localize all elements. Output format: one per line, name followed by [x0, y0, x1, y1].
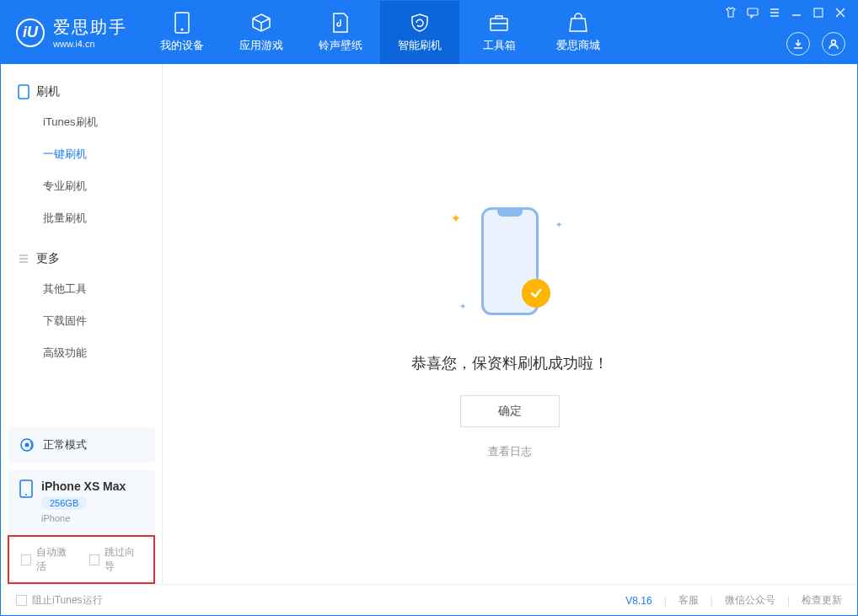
success-check-icon	[522, 279, 550, 308]
feedback-icon[interactable]	[746, 6, 759, 19]
app-subtitle: www.i4.cn	[53, 39, 127, 49]
header-bar: iU 爱思助手 www.i4.cn 我的设备 应用游戏 铃声壁纸 智能刷机 工具…	[1, 1, 857, 64]
app-title: 爱思助手	[53, 16, 127, 39]
bag-icon	[567, 12, 589, 34]
separator: |	[664, 595, 667, 607]
sidebar-item-other-tools[interactable]: 其他工具	[1, 273, 162, 305]
tab-apps-games[interactable]: 应用游戏	[222, 1, 301, 64]
menu-icon[interactable]	[768, 6, 781, 19]
close-button[interactable]	[834, 6, 847, 19]
body-area: 刷机 iTunes刷机 一键刷机 专业刷机 批量刷机 更多 其他工具 下载固件 …	[1, 64, 857, 584]
checkbox-icon	[16, 595, 27, 606]
tab-smart-flash[interactable]: 智能刷机	[380, 1, 459, 64]
checkbox-row-highlighted: 自动激活 跳过向导	[8, 535, 155, 584]
svg-point-8	[25, 443, 29, 447]
app-logo-icon: iU	[16, 19, 45, 47]
sidebar-section-flash: 刷机 iTunes刷机 一键刷机 专业刷机 批量刷机	[1, 78, 162, 234]
briefcase-icon	[488, 12, 510, 34]
section-label: 刷机	[36, 84, 60, 99]
svg-point-5	[832, 40, 836, 45]
tab-label: 应用游戏	[239, 38, 283, 53]
sidebar-section-more: 更多 其他工具 下载固件 高级功能	[1, 244, 162, 369]
checkbox-label: 自动激活	[36, 545, 73, 574]
svg-rect-6	[19, 85, 29, 99]
checkbox-skip-guide[interactable]: 跳过向导	[89, 545, 142, 574]
success-illustration: ✦ ✦ ✦	[434, 190, 586, 333]
tab-label: 我的设备	[160, 38, 204, 53]
separator: |	[787, 595, 790, 607]
svg-point-1	[181, 29, 184, 31]
checkbox-label: 跳过向导	[105, 545, 142, 574]
device-mode-card[interactable]: 正常模式	[8, 427, 155, 463]
sidebar-header-more[interactable]: 更多	[1, 244, 162, 273]
tab-store[interactable]: 爱思商城	[539, 1, 618, 64]
tshirt-icon[interactable]	[724, 6, 737, 19]
separator: |	[711, 595, 713, 607]
svg-rect-2	[491, 19, 507, 30]
view-log-link[interactable]: 查看日志	[488, 444, 532, 459]
logo-text: 爱思助手 www.i4.cn	[53, 16, 127, 49]
list-icon	[18, 253, 29, 265]
footer-bar: 阻止iTunes运行 V8.16 | 客服 | 微信公众号 | 检查更新	[1, 584, 857, 616]
checkbox-label: 阻止iTunes运行	[32, 593, 103, 608]
window-controls	[724, 6, 847, 19]
header-actions	[786, 32, 845, 56]
sidebar-item-batch-flash[interactable]: 批量刷机	[1, 202, 162, 234]
mode-icon	[19, 437, 35, 453]
device-cards: 正常模式 iPhone XS Max 256GB iPhone	[1, 427, 162, 533]
sparkle-icon: ✦	[459, 302, 466, 311]
device-name: iPhone XS Max	[41, 479, 126, 493]
svg-point-10	[25, 494, 27, 495]
device-info-card[interactable]: iPhone XS Max 256GB iPhone	[8, 469, 155, 533]
customer-service-link[interactable]: 客服	[678, 593, 699, 608]
phone-notch	[497, 210, 523, 217]
phone-device-icon	[19, 479, 33, 498]
tab-toolbox[interactable]: 工具箱	[459, 1, 539, 64]
sidebar: 刷机 iTunes刷机 一键刷机 专业刷机 批量刷机 更多 其他工具 下载固件 …	[1, 64, 163, 584]
wechat-link[interactable]: 微信公众号	[725, 593, 775, 608]
main-tabs: 我的设备 应用游戏 铃声壁纸 智能刷机 工具箱 爱思商城	[142, 1, 618, 64]
svg-rect-3	[748, 8, 758, 15]
cube-icon	[250, 12, 272, 34]
device-mode-label: 正常模式	[43, 437, 87, 453]
maximize-button[interactable]	[812, 6, 825, 19]
footer-right: V8.16 | 客服 | 微信公众号 | 检查更新	[625, 593, 842, 608]
checkbox-block-itunes[interactable]: 阻止iTunes运行	[16, 593, 103, 608]
tab-label: 铃声壁纸	[319, 38, 362, 53]
check-update-link[interactable]: 检查更新	[802, 593, 842, 608]
download-button[interactable]	[786, 32, 810, 56]
device-storage-badge: 256GB	[41, 496, 87, 510]
phone-small-icon	[18, 84, 29, 99]
section-label: 更多	[36, 251, 60, 266]
minimize-button[interactable]	[790, 6, 803, 19]
svg-rect-4	[814, 8, 823, 17]
sidebar-item-oneclick-flash[interactable]: 一键刷机	[1, 138, 162, 170]
ok-button[interactable]: 确定	[460, 395, 560, 427]
sidebar-item-advanced[interactable]: 高级功能	[1, 337, 162, 369]
checkbox-icon	[21, 554, 31, 565]
version-label: V8.16	[625, 595, 652, 607]
device-type: iPhone	[41, 513, 126, 523]
sparkle-icon: ✦	[451, 212, 461, 225]
sidebar-header-flash[interactable]: 刷机	[1, 78, 162, 106]
success-message: 恭喜您，保资料刷机成功啦！	[411, 353, 609, 373]
checkbox-icon	[89, 554, 99, 565]
user-button[interactable]	[822, 32, 845, 56]
sidebar-item-pro-flash[interactable]: 专业刷机	[1, 170, 162, 202]
logo-area: iU 爱思助手 www.i4.cn	[1, 1, 142, 64]
device-icon	[171, 12, 193, 34]
main-content: ✦ ✦ ✦ 恭喜您，保资料刷机成功啦！ 确定 查看日志	[163, 64, 857, 584]
sparkle-icon: ✦	[555, 220, 562, 229]
refresh-shield-icon	[409, 12, 431, 34]
tab-label: 爱思商城	[556, 38, 600, 53]
tab-my-device[interactable]: 我的设备	[142, 1, 222, 64]
checkbox-auto-activate[interactable]: 自动激活	[21, 545, 74, 574]
music-file-icon	[330, 12, 351, 34]
tab-label: 工具箱	[483, 38, 516, 53]
sidebar-item-itunes-flash[interactable]: iTunes刷机	[1, 106, 162, 138]
tab-ring-wallpaper[interactable]: 铃声壁纸	[301, 1, 380, 64]
sidebar-item-download-firmware[interactable]: 下载固件	[1, 305, 162, 337]
tab-label: 智能刷机	[398, 38, 442, 53]
